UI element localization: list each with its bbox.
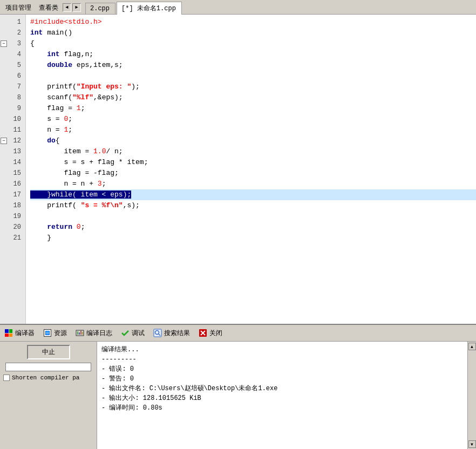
output-line-7: - 编译时间: 0.80s (101, 403, 463, 413)
code-line-3: { (30, 38, 476, 49)
code-line-13: item = 1.0/ n; (30, 146, 476, 157)
code-line-2: int main() (30, 28, 476, 38)
search-result-tab[interactable]: 搜索结果 (153, 329, 190, 338)
ln-10: 10 (0, 114, 25, 125)
stop-button[interactable]: 中止 (27, 345, 70, 359)
compile-log-tab-label: 编译日志 (86, 329, 112, 338)
nav-next-btn[interactable]: ► (72, 3, 81, 12)
debug-tab[interactable]: 调试 (121, 329, 145, 338)
ln-19: 19 (0, 211, 25, 222)
resource-tab[interactable]: 资源 (43, 329, 67, 338)
close-tab-label: 关闭 (209, 329, 222, 338)
search-result-icon (153, 329, 162, 337)
resource-icon (43, 329, 52, 337)
ln-18: 18 (0, 200, 25, 211)
output-line-4: - 警告: 0 (101, 374, 463, 384)
svg-rect-4 (82, 332, 83, 335)
shorten-label: Shorten compiler pa (12, 375, 79, 381)
code-line-9: flag = 1; (30, 103, 476, 114)
code-line-19 (30, 211, 476, 222)
ln-14: 14 (0, 157, 25, 168)
ln-1: 1 (0, 17, 25, 28)
ln-8: 8 (0, 92, 25, 103)
progress-bar (5, 363, 91, 371)
ln-9: 9 (0, 103, 25, 114)
svg-rect-1 (77, 331, 78, 335)
output-panel: 中止 Shorten compiler pa 编译结果... ---------… (0, 341, 476, 449)
ln-7: 7 (0, 81, 25, 92)
editor-area: 1 2 −3 4 5 6 7 8 9 10 11 −12 13 14 15 16… (0, 15, 476, 324)
nav-prev-btn[interactable]: ◄ (63, 3, 71, 12)
compiler-icon (4, 329, 13, 337)
code-line-7: printf("Input eps: "); (30, 81, 476, 92)
code-line-6 (30, 71, 476, 81)
tab-unnamed1-label: [*] 未命名1.cpp (121, 4, 176, 13)
svg-rect-3 (80, 331, 81, 335)
close-tab[interactable]: 关闭 (199, 329, 222, 338)
svg-rect-2 (79, 332, 80, 335)
code-line-17: }while( item < eps); (30, 189, 476, 200)
compile-log-tab[interactable]: 编译日志 (76, 329, 112, 338)
view-class-label[interactable]: 查看类 (36, 2, 62, 13)
tab-bar: 项目管理 查看类 ◄ ► 2.cpp [*] 未命名1.cpp (0, 0, 476, 15)
ln-11: 11 (0, 125, 25, 135)
ln-3[interactable]: −3 (0, 38, 25, 49)
search-result-tab-label: 搜索结果 (164, 329, 190, 338)
code-line-12: do{ (30, 135, 476, 146)
scroll-up-arrow[interactable]: ▲ (468, 343, 476, 350)
output-content: 编译结果... --------- - 错误: 0 - 警告: 0 - 输出文件… (97, 342, 467, 449)
tab-bar-left: 项目管理 查看类 ◄ ► (2, 2, 81, 13)
ln-4: 4 (0, 49, 25, 60)
code-line-21: } (30, 233, 476, 243)
code-line-4: int flag,n; (30, 49, 476, 60)
main-area: 1 2 −3 4 5 6 7 8 9 10 11 −12 13 14 15 16… (0, 15, 476, 324)
output-sidebar: 中止 Shorten compiler pa (0, 342, 97, 449)
project-manager-label[interactable]: 项目管理 (2, 2, 35, 13)
shorten-checkbox-row: Shorten compiler pa (3, 375, 93, 381)
code-lines[interactable]: #include<stdio.h> int main() { int flag,… (26, 15, 476, 324)
scroll-down-arrow[interactable]: ▼ (468, 440, 476, 448)
code-line-20: return 0; (30, 222, 476, 233)
code-line-10: s = 0; (30, 114, 476, 125)
debug-tab-label: 调试 (132, 329, 145, 338)
output-line-6: - 输出大小: 128.1015625 KiB (101, 393, 463, 403)
compiler-tab-label: 编译器 (15, 329, 35, 338)
ln-16: 16 (0, 179, 25, 189)
ln-5: 5 (0, 60, 25, 71)
ln-12[interactable]: −12 (0, 135, 25, 146)
line-numbers: 1 2 −3 4 5 6 7 8 9 10 11 −12 13 14 15 16… (0, 15, 26, 324)
code-line-18: printf( "s = %f\n",s); (30, 200, 476, 211)
code-line-8: scanf("%lf",&eps); (30, 92, 476, 103)
ln-17: 17 (0, 189, 25, 200)
output-line-2: --------- (101, 355, 463, 364)
ln-21: 21 (0, 233, 25, 243)
code-line-11: n = 1; (30, 125, 476, 135)
tab-unnamed1[interactable]: [*] 未命名1.cpp (117, 2, 182, 15)
debug-icon (121, 329, 130, 337)
ln-13: 13 (0, 146, 25, 157)
ln-6: 6 (0, 71, 25, 81)
bottom-toolbar: 编译器 资源 编译日志 调试 (0, 324, 476, 341)
code-line-1: #include<stdio.h> (30, 17, 476, 28)
output-scrollbar: ▲ ▼ (467, 342, 476, 449)
tab-2cpp-label: 2.cpp (90, 5, 110, 12)
code-line-15: flag = -flag; (30, 168, 476, 179)
shorten-checkbox[interactable] (3, 375, 10, 381)
compile-log-icon (76, 329, 84, 337)
code-line-5: double eps,item,s; (30, 60, 476, 71)
resource-tab-label: 资源 (54, 329, 67, 338)
tab-2cpp[interactable]: 2.cpp (85, 3, 115, 14)
ln-20: 20 (0, 222, 25, 233)
code-container: 1 2 −3 4 5 6 7 8 9 10 11 −12 13 14 15 16… (0, 15, 476, 324)
compiler-tab[interactable]: 编译器 (4, 329, 35, 338)
code-line-16: n = n + 3; (30, 179, 476, 189)
output-line-5: - 输出文件名: C:\Users\赵培硕\Desktop\未命名1.exe (101, 384, 463, 393)
code-line-14: s = s + flag * item; (30, 157, 476, 168)
ln-2: 2 (0, 28, 25, 38)
close-icon (199, 329, 207, 337)
output-line-1: 编译结果... (101, 345, 463, 355)
output-line-3: - 错误: 0 (101, 364, 463, 374)
ln-15: 15 (0, 168, 25, 179)
